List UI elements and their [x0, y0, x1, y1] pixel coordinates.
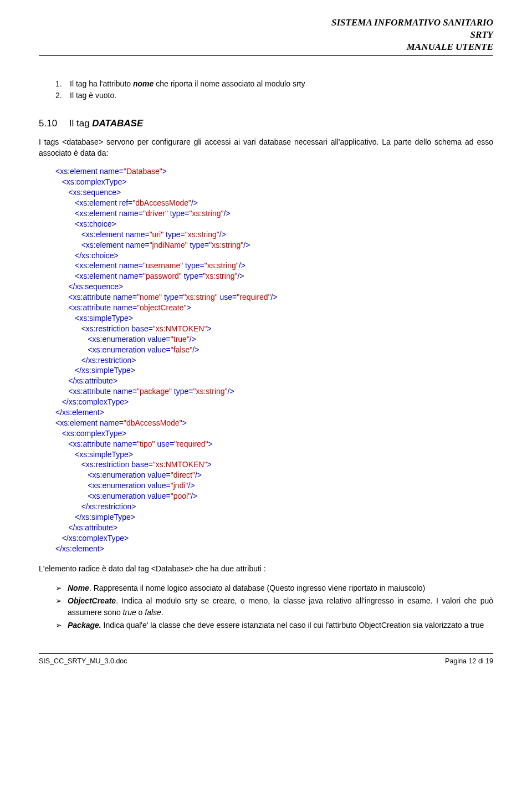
footer-page-number: Pagina 12 di 19	[445, 657, 493, 665]
bullet-arrow-icon: ➢	[55, 620, 68, 631]
numbered-list: 1. Il tag ha l'attributo nome che riport…	[55, 78, 493, 101]
xml-schema-code: <xs:element name="Database"> <xs:complex…	[55, 166, 493, 554]
bullet-text: Package. Indica qual'e' la classe che de…	[68, 620, 484, 631]
bullet-arrow-icon: ➢	[55, 595, 68, 607]
header-divider	[39, 55, 493, 56]
doc-header: SISTEMA INFORMATIVO SANITARIO SRTY MANUA…	[39, 17, 493, 53]
intro-paragraph: I tags <database> servono per configurar…	[39, 137, 493, 158]
list-number: 1.	[55, 78, 70, 90]
footer-filename: SIS_CC_SRTY_MU_3.0.doc	[39, 657, 127, 665]
bullet-text: ObjectCreate. Indica al modulo srty se c…	[68, 595, 493, 618]
section-heading: 5.10 Il tag DATABASE	[39, 118, 493, 129]
list-item: 2. Il tag è vuoto.	[55, 90, 493, 101]
bullet-item: ➢ Package. Indica qual'e' la classe che …	[55, 620, 493, 631]
list-number: 2.	[55, 90, 70, 101]
header-line-1: SISTEMA INFORMATIVO SANITARIO	[39, 17, 493, 29]
bullet-item: ➢ ObjectCreate. Indica al modulo srty se…	[55, 595, 493, 618]
header-line-3: MANUALE UTENTE	[39, 41, 493, 53]
section-number: 5.10	[39, 118, 66, 129]
outro-paragraph: L'elemento radice è dato dal tag <Databa…	[39, 564, 493, 575]
bullet-item: ➢ Nome. Rappresenta il nome logico assoc…	[55, 582, 493, 594]
bullet-arrow-icon: ➢	[55, 582, 68, 594]
bullet-text: Nome. Rappresenta il nome logico associa…	[68, 582, 425, 594]
bullet-list: ➢ Nome. Rappresenta il nome logico assoc…	[55, 582, 493, 631]
section-title: Il tag DATABASE	[69, 118, 144, 129]
list-text: Il tag ha l'attributo nome che riporta i…	[70, 78, 305, 90]
footer-divider	[39, 653, 493, 654]
list-text: Il tag è vuoto.	[70, 90, 116, 101]
list-item: 1. Il tag ha l'attributo nome che riport…	[55, 78, 493, 90]
header-line-2: SRTY	[39, 29, 493, 41]
page-footer: SIS_CC_SRTY_MU_3.0.doc Pagina 12 di 19	[39, 657, 493, 671]
